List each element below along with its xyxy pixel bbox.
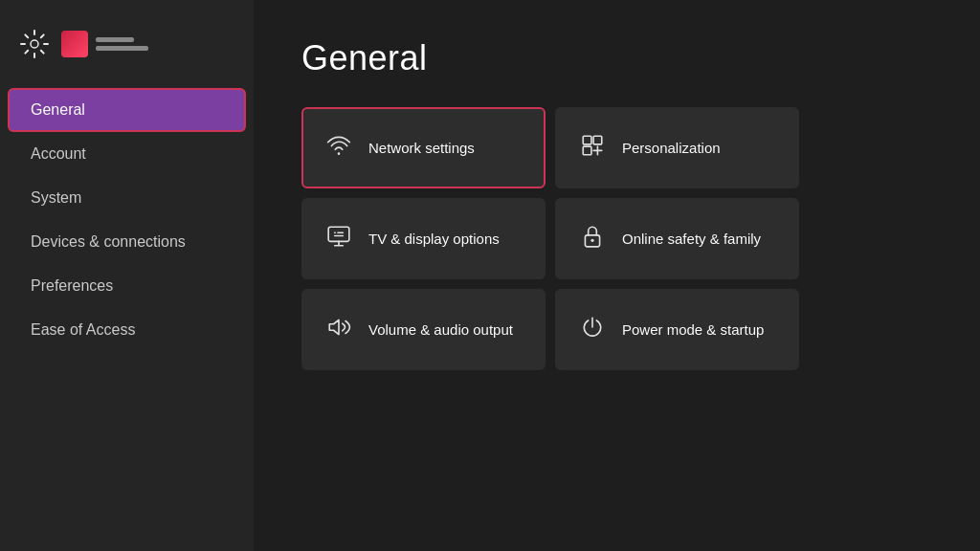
grid-item-volume[interactable]: Volume & audio output <box>301 289 546 370</box>
avatar-line-2 <box>96 46 148 51</box>
sidebar-nav: General Account System Devices & connect… <box>0 88 254 352</box>
page-title: General <box>301 38 932 78</box>
svg-rect-2 <box>583 136 591 144</box>
sidebar-item-general[interactable]: General <box>8 88 246 132</box>
sidebar-item-preferences[interactable]: Preferences <box>8 264 246 308</box>
sidebar-item-devices[interactable]: Devices & connections <box>8 220 246 264</box>
power-label: Power mode & startup <box>622 320 764 340</box>
avatar-text <box>96 37 148 51</box>
svg-point-7 <box>590 239 593 242</box>
svg-rect-3 <box>593 136 602 144</box>
sidebar-item-ease[interactable]: Ease of Access <box>8 308 246 352</box>
svg-point-1 <box>338 152 341 155</box>
personalization-label: Personalization <box>622 139 721 158</box>
network-label: Network settings <box>368 139 475 158</box>
avatar-line-1 <box>96 37 134 42</box>
avatar-container <box>61 31 148 57</box>
main-content: General Network settings <box>254 0 980 551</box>
gear-icon <box>19 29 50 59</box>
svg-rect-4 <box>583 146 591 155</box>
sidebar-item-account[interactable]: Account <box>8 132 246 176</box>
personalization-icon <box>580 133 605 163</box>
grid-item-power[interactable]: Power mode & startup <box>555 289 799 370</box>
tv-display-label: TV & display options <box>368 230 500 249</box>
grid-item-network[interactable]: Network settings <box>301 107 546 188</box>
power-icon <box>580 315 605 344</box>
volume-icon <box>326 315 351 344</box>
grid-item-online-safety[interactable]: Online safety & family <box>555 198 799 279</box>
avatar <box>61 31 88 57</box>
sidebar-header <box>0 29 254 88</box>
sidebar: General Account System Devices & connect… <box>0 0 254 551</box>
settings-grid: Network settings Personalization <box>301 107 799 370</box>
online-safety-label: Online safety & family <box>622 230 761 249</box>
tv-icon <box>326 224 351 253</box>
svg-point-0 <box>31 40 38 48</box>
svg-marker-8 <box>329 320 339 334</box>
grid-item-personalization[interactable]: Personalization <box>555 107 799 188</box>
grid-item-tv-display[interactable]: TV & display options <box>301 198 546 279</box>
svg-rect-5 <box>328 227 349 241</box>
lock-icon <box>580 224 605 253</box>
sidebar-item-system[interactable]: System <box>8 176 246 220</box>
network-icon <box>326 133 351 163</box>
volume-label: Volume & audio output <box>368 320 513 340</box>
